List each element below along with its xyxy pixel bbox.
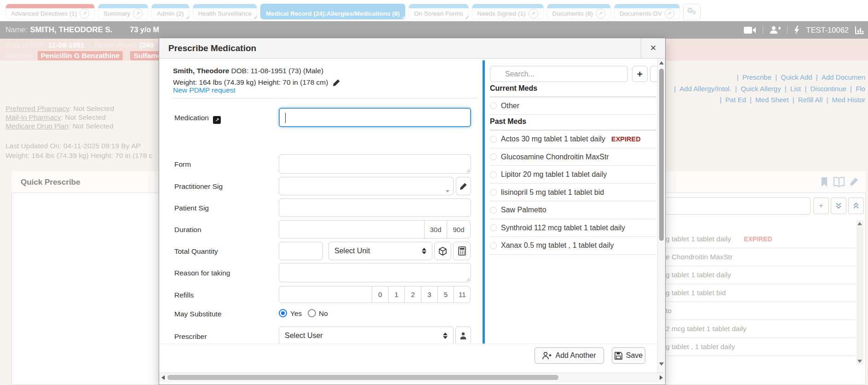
tab-needs-signed[interactable]: Needs Signed (1) ↗ — [472, 4, 544, 19]
popout-icon[interactable]: ↗ — [133, 9, 143, 18]
discontinue-link[interactable]: Discontinue — [811, 85, 846, 93]
med-radio[interactable] — [490, 136, 497, 143]
refills-3-button[interactable]: 3 — [421, 286, 438, 303]
save-button[interactable]: Save — [612, 347, 645, 364]
popout-icon[interactable]: ↗ — [80, 9, 89, 18]
add-document-link[interactable]: Add Documen — [822, 73, 865, 81]
med-list-row[interactable]: g tablet 1 tablet daily — [658, 266, 857, 284]
dialog-header[interactable]: Prescribe Medication ✕ — [159, 38, 665, 58]
past-med-item[interactable]: lisinopril 5 mg tablet 1 tablet bid — [490, 184, 656, 201]
quick-add-link[interactable]: Quick Add — [781, 73, 812, 81]
flow-link[interactable]: Flo — [856, 85, 865, 93]
prescriber-select[interactable]: Select User — [279, 327, 454, 345]
patient-sig-input[interactable] — [279, 198, 471, 217]
book-icon[interactable] — [833, 176, 845, 187]
duration-90d-button[interactable]: 90d — [447, 220, 471, 239]
med-list-row[interactable]: g tablet 1 tablet bid — [658, 284, 857, 302]
unit-select[interactable]: Select Unit — [328, 242, 432, 260]
med-radio[interactable] — [490, 242, 497, 249]
popout-icon[interactable]: ↗ — [529, 9, 538, 18]
pat-ed-link[interactable]: Pat Ed — [725, 96, 746, 104]
video-call-icon[interactable] — [744, 26, 756, 34]
meds-search-input[interactable] — [490, 66, 628, 82]
past-med-item[interactable]: Lipitor 20 mg tablet 1 tablet daily — [490, 166, 656, 184]
quick-allergy-link[interactable]: Quick Allergy — [741, 85, 781, 93]
current-med-item[interactable]: Other — [490, 97, 656, 115]
refill-all-link[interactable]: Refill All — [798, 96, 822, 104]
past-med-item[interactable]: Synthroid 112 mcg tablet 1 tablet daily — [490, 219, 656, 237]
past-med-item[interactable]: Glucosamine Chondroitin MaxStr — [490, 148, 656, 166]
collapse-all-button[interactable] — [848, 198, 864, 214]
scroll-up-arrow[interactable] — [659, 61, 664, 64]
dialog-horizontal-scrollbar[interactable] — [159, 373, 665, 382]
popout-icon[interactable]: ↗ — [665, 9, 674, 18]
edit-vitals-pencil-icon[interactable] — [333, 79, 340, 86]
dialog-vertical-scrollbar[interactable] — [657, 58, 665, 373]
med-list-row[interactable]: g tablet , 1 tablet daily — [658, 338, 857, 356]
med-list-row[interactable]: e Chondroitin MaxStr — [658, 248, 857, 266]
tab-settings-button[interactable]: ⚙ ⚙ — [683, 4, 701, 20]
med-history-link[interactable]: Med Histor — [832, 96, 865, 104]
med-radio[interactable] — [490, 171, 497, 178]
lightning-icon[interactable] — [794, 26, 799, 35]
reason-input[interactable] — [279, 263, 471, 282]
list-link[interactable]: List — [790, 85, 801, 93]
total-quantity-input[interactable] — [279, 242, 323, 260]
tab-medical-record[interactable]: Medical Record (24):Allergies/Medication… — [260, 4, 405, 19]
close-icon[interactable]: ✕ — [641, 38, 665, 58]
scroll-right-arrow[interactable] — [660, 375, 663, 380]
duration-input[interactable] — [279, 220, 425, 239]
tab-on-screen-forms[interactable]: On Screen Forms — [408, 4, 469, 19]
past-med-item[interactable]: Actos 30 mg tablet 1 tablet daily EXPIRE… — [490, 130, 656, 148]
add-med-button[interactable]: + — [632, 66, 648, 82]
med-radio[interactable] — [490, 224, 497, 231]
scroll-up-arrow[interactable] — [857, 222, 862, 225]
expand-all-button[interactable] — [831, 198, 846, 214]
package-lookup-button[interactable] — [434, 242, 451, 260]
tab-advanced-directives[interactable]: Advanced Directives (1) ↗ — [6, 4, 95, 19]
edit-sig-button[interactable] — [456, 177, 471, 195]
medication-input[interactable] — [279, 108, 471, 127]
prescribe-link[interactable]: Prescribe — [742, 73, 771, 81]
add-allergy-link[interactable]: Add Allergy/Intol. — [679, 85, 731, 93]
duration-30d-button[interactable]: 30d — [424, 220, 447, 239]
scroll-down-arrow[interactable] — [659, 362, 664, 366]
mailin-pharmacy-link[interactable]: Mail-In Pharmacy — [6, 113, 61, 121]
tab-documents[interactable]: Documents (8) ↗ — [547, 4, 611, 19]
refills-0-button[interactable]: 0 — [372, 286, 389, 303]
add-person-icon[interactable] — [770, 26, 781, 34]
refills-5-button[interactable]: 5 — [437, 286, 454, 303]
medicare-plan-link[interactable]: Medicare Drug Plan — [6, 122, 69, 130]
preferred-pharmacy-link[interactable]: Preferred Pharmacy — [6, 105, 69, 112]
med-list-row[interactable]: g tablet 1 tablet daily EXPIRED — [658, 230, 857, 248]
med-radio[interactable] — [490, 207, 497, 214]
calculator-button[interactable] — [453, 242, 471, 260]
substitute-yes-radio[interactable] — [279, 309, 287, 317]
practitioner-sig-input[interactable] — [279, 177, 454, 195]
tab-summary[interactable]: Summary ↗ — [98, 4, 148, 19]
tab-documents-dv[interactable]: Documents-DV ↗ — [614, 4, 680, 19]
form-input[interactable] — [279, 154, 471, 174]
med-radio[interactable] — [490, 189, 497, 196]
tab-admin[interactable]: Admin (2) — [151, 4, 190, 19]
refills-2-button[interactable]: 2 — [404, 286, 421, 303]
med-list-row[interactable]: to — [658, 302, 857, 320]
resize-grip-icon[interactable] — [466, 168, 470, 172]
pencil-icon[interactable] — [849, 176, 859, 187]
external-link-icon[interactable]: ↗ — [213, 116, 221, 124]
refills-11-button[interactable]: 11 — [454, 286, 471, 303]
refills-input[interactable] — [279, 286, 373, 303]
scroll-down-arrow[interactable] — [857, 360, 862, 363]
scrollbar-thumb[interactable] — [659, 69, 664, 241]
tab-health-surveillance[interactable]: Health Surveillance — [193, 4, 257, 19]
partial-button[interactable] — [650, 66, 657, 82]
med-radio[interactable] — [490, 102, 497, 109]
add-another-button[interactable]: Add Another — [535, 347, 604, 364]
bookmark-icon[interactable] — [820, 176, 829, 187]
resize-grip-icon[interactable] — [466, 277, 470, 281]
updated-by-link[interactable]: AP — [131, 142, 141, 150]
background-list-scrollbar[interactable] — [857, 220, 863, 365]
quick-prescribe-add-button[interactable]: + — [813, 198, 829, 214]
popout-icon[interactable]: ↗ — [596, 9, 605, 18]
scroll-left-arrow[interactable] — [161, 375, 165, 380]
